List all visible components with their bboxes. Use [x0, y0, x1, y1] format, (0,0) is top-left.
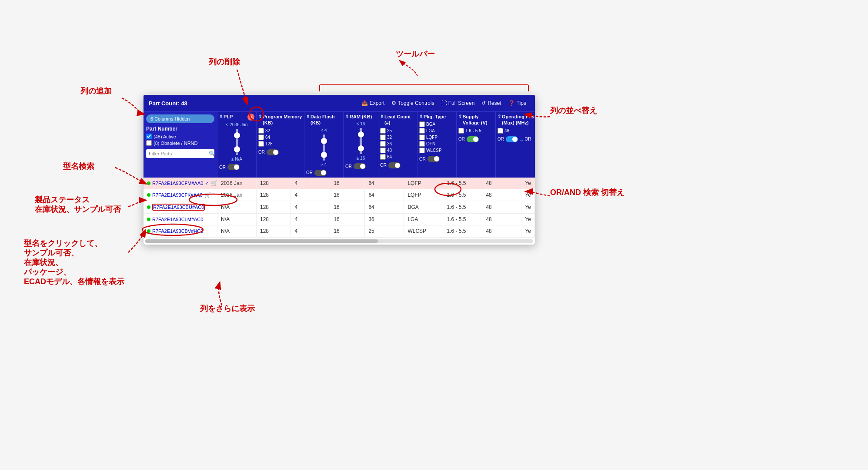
pm-toggle-switch[interactable] [267, 149, 279, 155]
hidden-columns-button[interactable]: 6 Columns Hidden [146, 114, 214, 123]
plp-toggle-switch[interactable] [227, 164, 240, 170]
part-number-cell: R7FA2E1A93CFK#AA0 🛒 [144, 189, 217, 201]
pkg-type-title: Pkg. Type [424, 114, 454, 120]
product-status-annotation2: 在庫状況、サンプル可否 [34, 205, 121, 214]
horizontal-scrollbar[interactable] [144, 237, 535, 245]
data-rows-container: R7FA2E1A93CFM#AA0 ✓ 🛒 2036 Jan 128 4 16 … [144, 178, 535, 237]
full-screen-button[interactable]: ⛶ Full Screen [438, 98, 478, 108]
pm-or-label: OR [258, 150, 265, 154]
filter-input-wrap[interactable]: 🔍 [146, 149, 214, 158]
active-filter-label: (48) Active [154, 134, 176, 139]
filter-parts-input[interactable] [149, 151, 209, 156]
lead-count-cell: 36 [365, 214, 404, 225]
pkg-wlcsp-checkbox[interactable] [419, 148, 425, 153]
of-toggle-switch[interactable] [506, 136, 518, 142]
df-toggle-switch[interactable] [314, 170, 327, 176]
sort-icon[interactable]: ⇕ [419, 114, 423, 119]
more-cell: Ye [521, 214, 535, 225]
status-dot [147, 229, 150, 233]
pm-64-checkbox[interactable] [258, 134, 264, 140]
of-48-checkbox[interactable] [497, 128, 503, 134]
ram-slider-thumb-bottom[interactable] [358, 145, 364, 151]
sv-checkbox[interactable] [458, 128, 464, 134]
left-filter-panel: 6 Columns Hidden Part Number (48) Active… [144, 112, 217, 178]
obsolete-checkbox[interactable] [146, 140, 152, 146]
reset-button[interactable]: ↺ Reset [478, 98, 504, 108]
program-memory-title: Program Memory (KB) [263, 114, 302, 126]
tips-button[interactable]: ❓ Tips [505, 98, 530, 108]
operating-freq-column: ⇕ Operating Freq (Max) (MHz) 48 OR ... O… [496, 112, 535, 178]
pkg-cell: LQFP [404, 178, 443, 189]
part-number-link[interactable]: R7FA2E1A93CBV#HC0 [152, 228, 203, 234]
plp-slider-thumb-bottom[interactable] [234, 146, 240, 152]
lc-48-item: 48 [380, 148, 415, 153]
cart-icon[interactable]: 🛒 [204, 192, 211, 198]
sort-icon[interactable]: ⇕ [306, 114, 310, 119]
of-or-toggle: OR ... OR [497, 136, 535, 142]
sort-icon[interactable]: ⇕ [497, 114, 501, 119]
lead-count-cell: 25 [365, 225, 404, 237]
sort-icon[interactable]: ⇕ [345, 114, 349, 119]
remove-plp-column-button[interactable]: ✕ [247, 114, 254, 121]
pm-cell: 128 [257, 189, 291, 201]
df-slider-thumb-bottom[interactable] [321, 152, 327, 158]
ram-toggle-knob [360, 164, 365, 169]
cart-icon[interactable]: 🛒 [211, 180, 217, 186]
pm-128-item: 128 [258, 141, 302, 147]
pkg-toggle-switch[interactable] [427, 156, 440, 162]
lc-toggle-switch[interactable] [388, 162, 401, 168]
df-slider-thumb-top[interactable] [321, 138, 327, 144]
ram-toggle-switch[interactable] [354, 163, 366, 169]
of-cell: 48 [482, 178, 521, 189]
lc-25-checkbox[interactable] [380, 128, 386, 134]
pm-cell: 128 [257, 225, 291, 237]
sort-icon[interactable]: ⇕ [380, 114, 384, 119]
plp-slider-thumb-top[interactable] [234, 132, 240, 138]
pkg-or-label: OR [419, 157, 426, 161]
ram-cell: 16 [330, 201, 365, 213]
pm-128-checkbox[interactable] [258, 141, 264, 147]
part-number-link[interactable]: R7FA2E1A93CFM#AA0 [152, 181, 203, 186]
pkg-lqfp-label: LQFP [426, 135, 437, 140]
pm-cell: 128 [257, 201, 291, 213]
lc-32-checkbox[interactable] [380, 134, 386, 140]
pkg-lga-checkbox[interactable] [419, 128, 425, 134]
plp-range-bottom: ≥ N/A [219, 157, 254, 161]
product-status-annotation: 製品ステータス [35, 195, 90, 204]
program-memory-column: ⇕ Program Memory (KB) 32 64 128 OR [257, 112, 304, 178]
sort-icon[interactable]: ⇕ [258, 114, 262, 119]
lc-48-checkbox[interactable] [380, 148, 386, 153]
pm-cell: 128 [257, 214, 291, 225]
ram-slider-thumb-top[interactable] [358, 131, 364, 138]
pkg-bga-checkbox[interactable] [419, 121, 425, 127]
part-number-cell: R7FA2E1A93CLM#AC0 [144, 214, 217, 225]
part-number-link[interactable]: R7FA2E1A93CBU#AC0 [152, 204, 205, 211]
pkg-qfn-item: QFN [419, 141, 454, 147]
sort-icon[interactable]: ⇕ [219, 114, 223, 119]
sort-icon[interactable]: ⇕ [458, 114, 462, 119]
toggle-controls-button[interactable]: ⚙ Toggle Controls [388, 98, 437, 108]
lc-toggle-knob [395, 163, 400, 168]
export-button[interactable]: 📤 Export [358, 98, 388, 108]
of-cell: 48 [482, 214, 521, 225]
sv-toggle-switch[interactable] [467, 136, 479, 142]
product-status-arrow [128, 200, 145, 207]
lc-64-checkbox[interactable] [380, 154, 386, 160]
plp-title: PLP [224, 114, 247, 120]
help-icon: ❓ [508, 100, 515, 106]
df-cell: 4 [291, 189, 330, 201]
sv-or-label: OR [458, 137, 465, 141]
lc-36-checkbox[interactable] [380, 141, 386, 147]
lead-count-cell: 64 [365, 189, 404, 201]
plp-cell: N/A [217, 214, 257, 225]
scrollbar-thumb[interactable] [145, 239, 378, 243]
pkg-qfn-checkbox[interactable] [419, 141, 425, 147]
active-checkbox[interactable] [146, 134, 152, 139]
supply-voltage-header: ⇕ Supply Voltage (V) [458, 114, 494, 126]
pkg-lqfp-checkbox[interactable] [419, 134, 425, 140]
part-number-link[interactable]: R7FA2E1A93CFK#AA0 [152, 192, 203, 198]
part-number-link[interactable]: R7FA2E1A93CLM#AC0 [152, 217, 203, 222]
plp-or-toggle: OR [219, 164, 254, 170]
table-row: R7FA2E1A93CFM#AA0 ✓ 🛒 2036 Jan 128 4 16 … [144, 178, 535, 189]
pm-32-checkbox[interactable] [258, 128, 264, 134]
